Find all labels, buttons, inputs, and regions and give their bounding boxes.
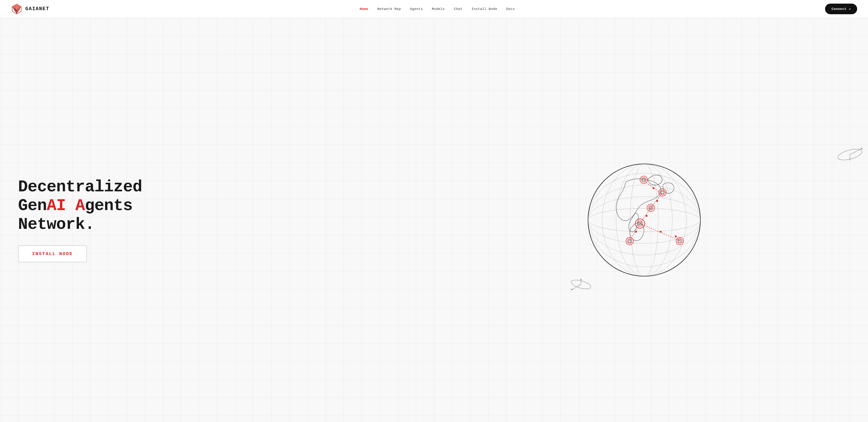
nav-link-network-map[interactable]: Network Map bbox=[377, 7, 401, 11]
svg-rect-31 bbox=[643, 179, 645, 181]
hero-title-line1: Decentralized bbox=[18, 178, 142, 196]
svg-point-25 bbox=[646, 215, 647, 217]
nav-item-chat[interactable]: Chat bbox=[454, 7, 463, 11]
globe-node-5 bbox=[626, 237, 633, 245]
svg-line-48 bbox=[572, 285, 581, 290]
svg-line-6 bbox=[850, 149, 861, 155]
svg-point-12 bbox=[588, 197, 700, 243]
svg-point-28 bbox=[675, 235, 677, 237]
nav-item-agents[interactable]: Agents bbox=[410, 7, 423, 11]
navbar: GAIANET Home Network Map Agents Models C… bbox=[0, 0, 868, 18]
svg-point-35 bbox=[647, 204, 654, 212]
connect-button[interactable]: Connect ↗ bbox=[825, 4, 857, 14]
nav-item-network-map[interactable]: Network Map bbox=[377, 7, 401, 11]
satellite-dish-top bbox=[836, 148, 864, 161]
nav-item-docs[interactable]: Docs bbox=[506, 7, 515, 11]
svg-point-16 bbox=[616, 164, 673, 276]
nav-links: Home Network Map Agents Models Chat Inst… bbox=[360, 7, 515, 11]
nav-link-agents[interactable]: Agents bbox=[410, 7, 423, 11]
nav-link-home[interactable]: Home bbox=[360, 7, 368, 11]
svg-point-7 bbox=[861, 148, 862, 149]
gaianet-logo-icon bbox=[11, 3, 23, 15]
nav-item-install-node[interactable]: Install Node bbox=[471, 7, 497, 11]
svg-point-15 bbox=[630, 164, 658, 276]
nav-link-docs[interactable]: Docs bbox=[506, 7, 515, 11]
svg-line-21 bbox=[630, 224, 640, 241]
svg-point-11 bbox=[588, 208, 700, 232]
satellite-dish-bottom bbox=[569, 279, 592, 290]
svg-point-9 bbox=[588, 164, 700, 276]
globe-svg bbox=[579, 155, 710, 286]
svg-point-10 bbox=[588, 164, 700, 276]
hero-title-line2: GenAI Agents bbox=[18, 197, 133, 215]
logo-text: GAIANET bbox=[25, 6, 49, 12]
svg-point-33 bbox=[660, 190, 665, 195]
svg-point-44 bbox=[676, 237, 684, 245]
svg-point-24 bbox=[656, 200, 658, 202]
nav-item-home[interactable]: Home bbox=[360, 7, 368, 11]
svg-rect-34 bbox=[661, 191, 664, 194]
hero-title-gen: Gen bbox=[18, 197, 47, 215]
svg-point-26 bbox=[635, 231, 637, 233]
svg-point-51 bbox=[581, 279, 582, 280]
svg-point-30 bbox=[642, 177, 646, 182]
svg-point-13 bbox=[588, 185, 700, 255]
install-node-button[interactable]: INSTALL NODE bbox=[18, 245, 87, 262]
svg-point-17 bbox=[602, 164, 686, 276]
hero-title-ai: AI bbox=[47, 197, 66, 215]
hero-title: Decentralized GenAI Agents Network. bbox=[18, 178, 430, 234]
hero-title-line3: Network. bbox=[18, 215, 94, 234]
svg-point-36 bbox=[649, 205, 653, 210]
hero-title-a: A bbox=[75, 197, 85, 215]
hero-section: Decentralized GenAI Agents Network. INST… bbox=[0, 18, 868, 422]
nav-link-models[interactable]: Models bbox=[432, 7, 445, 11]
svg-point-27 bbox=[659, 231, 661, 233]
svg-point-23 bbox=[653, 187, 654, 189]
globe-container bbox=[579, 155, 710, 286]
nav-item-models[interactable]: Models bbox=[432, 7, 445, 11]
svg-point-14 bbox=[588, 173, 700, 267]
globe-node-6 bbox=[676, 237, 684, 245]
nav-link-install-node[interactable]: Install Node bbox=[471, 7, 497, 11]
hero-left: Decentralized GenAI Agents Network. INST… bbox=[18, 178, 438, 262]
svg-point-45 bbox=[677, 239, 682, 244]
hero-right bbox=[438, 155, 850, 286]
hero-title-gents: gents bbox=[85, 197, 132, 215]
nav-link-chat[interactable]: Chat bbox=[454, 7, 463, 11]
svg-point-49 bbox=[571, 289, 572, 290]
logo[interactable]: GAIANET bbox=[11, 3, 49, 15]
svg-point-41 bbox=[626, 237, 633, 245]
globe-node-3 bbox=[647, 204, 654, 212]
